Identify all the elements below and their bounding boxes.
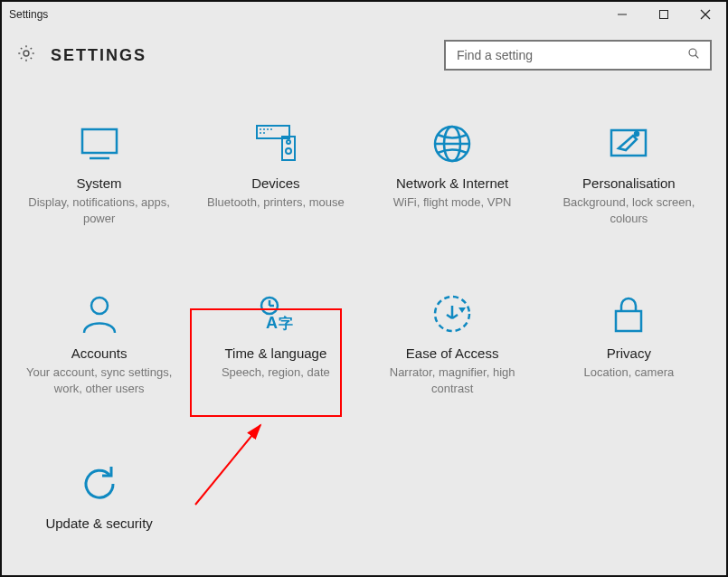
display-icon — [75, 119, 124, 168]
minimize-button[interactable] — [601, 2, 643, 27]
page-title: SETTINGS — [51, 46, 147, 65]
tile-system[interactable]: System Display, notifications, apps, pow… — [11, 114, 187, 232]
tile-desc: Narrator, magnifier, high contrast — [375, 364, 529, 396]
search-icon — [686, 46, 701, 64]
tile-desc: Bluetooth, printers, mouse — [207, 194, 345, 211]
update-icon — [75, 459, 124, 508]
time-language-icon: A 字 — [251, 289, 300, 338]
tile-desc: Background, lock screen, colours — [552, 194, 705, 226]
close-button[interactable] — [685, 2, 726, 27]
maximize-button[interactable] — [643, 2, 685, 27]
tile-title: Time & language — [224, 345, 326, 361]
svg-point-23 — [635, 132, 638, 136]
tile-title: Personalisation — [582, 175, 676, 191]
tile-title: System — [77, 175, 122, 191]
gear-icon — [16, 43, 36, 67]
lock-icon — [604, 289, 653, 338]
tile-desc: Display, notifications, apps, power — [23, 194, 176, 226]
svg-rect-32 — [616, 311, 641, 331]
window-controls — [601, 2, 726, 27]
titlebar: Settings — [2, 2, 726, 27]
tile-privacy[interactable]: Privacy Location, camera — [541, 284, 717, 402]
tile-desc: Location, camera — [584, 364, 675, 381]
ease-icon — [428, 289, 477, 338]
tile-desc: Your account, sync settings, work, other… — [23, 364, 176, 396]
tile-desc: Speech, region, date — [222, 364, 330, 381]
tile-personalisation[interactable]: Personalisation Background, lock screen,… — [541, 114, 717, 232]
settings-grid: System Display, notifications, apps, pow… — [2, 71, 726, 540]
tile-ease-of-access[interactable]: Ease of Access Narrator, magnifier, high… — [364, 284, 541, 402]
svg-rect-1 — [660, 11, 668, 19]
tile-title: Network & Internet — [396, 175, 508, 191]
tile-devices[interactable]: Devices Bluetooth, printers, mouse — [187, 114, 364, 232]
svg-rect-7 — [82, 129, 117, 153]
svg-text:A: A — [266, 314, 278, 332]
svg-point-18 — [286, 148, 291, 154]
svg-text:字: 字 — [279, 315, 293, 331]
globe-icon — [428, 119, 477, 168]
header: SETTINGS — [2, 27, 726, 71]
tile-network[interactable]: Network & Internet WiFi, flight mode, VP… — [364, 114, 541, 232]
svg-rect-22 — [611, 130, 646, 156]
devices-icon — [251, 119, 300, 168]
svg-point-5 — [689, 49, 696, 56]
tile-accounts[interactable]: Accounts Your account, sync settings, wo… — [11, 284, 187, 402]
search-box[interactable] — [444, 40, 712, 71]
svg-line-6 — [695, 55, 698, 58]
tile-title: Devices — [251, 175, 299, 191]
tile-title: Update & security — [45, 516, 152, 531]
person-icon — [75, 289, 124, 338]
svg-marker-31 — [459, 307, 466, 313]
tile-title: Privacy — [607, 345, 651, 361]
tile-title: Accounts — [71, 345, 128, 361]
svg-point-4 — [24, 51, 29, 56]
settings-window: Settings SETTINGS — [0, 0, 728, 577]
header-left: SETTINGS — [16, 43, 147, 67]
window-title: Settings — [9, 8, 48, 21]
tile-desc: WiFi, flight mode, VPN — [393, 194, 512, 211]
svg-point-17 — [287, 140, 290, 144]
search-input[interactable] — [455, 47, 686, 63]
tile-update-security[interactable]: Update & security — [11, 454, 187, 540]
svg-point-24 — [91, 298, 108, 314]
paint-icon — [604, 119, 653, 168]
tile-time-language[interactable]: A 字 Time & language Speech, region, date — [187, 284, 364, 402]
tile-title: Ease of Access — [406, 345, 499, 361]
